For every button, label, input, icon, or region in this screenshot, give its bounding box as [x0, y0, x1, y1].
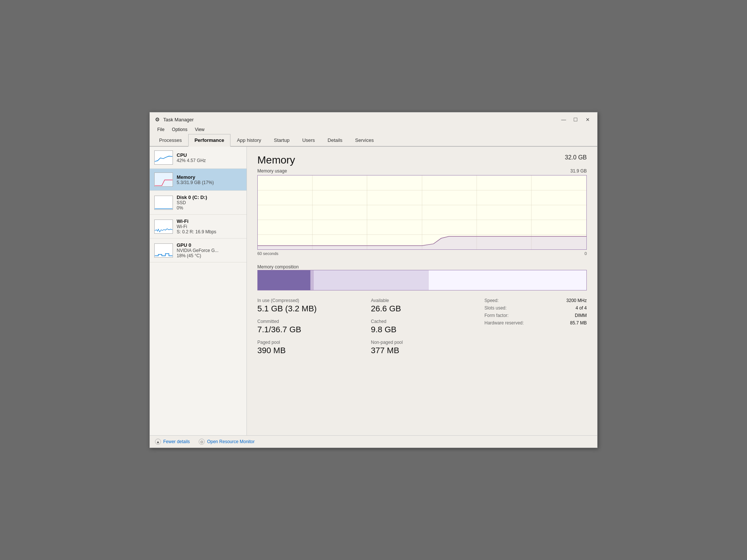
memory-capacity: 32.0 GB: [565, 154, 587, 161]
tab-performance[interactable]: Performance: [188, 134, 230, 147]
fewer-details-label: Fewer details: [163, 439, 190, 444]
chart-bottom-labels: 60 seconds 0: [257, 251, 587, 256]
tab-services[interactable]: Services: [349, 134, 380, 147]
hw-reserved-row: Hardware reserved: 85.7 MB: [484, 320, 587, 326]
tab-details[interactable]: Details: [321, 134, 349, 147]
menu-options[interactable]: Options: [169, 126, 190, 133]
open-resource-monitor-button[interactable]: ⊙ Open Resource Monitor: [199, 439, 254, 445]
time-label: 60 seconds: [257, 251, 278, 256]
content-area: CPU 42% 4.57 GHz Memory 5.3/31.9 GB (17%…: [150, 147, 597, 435]
wifi-thumbnail: [154, 220, 173, 234]
sidebar-item-cpu[interactable]: CPU 42% 4.57 GHz: [150, 147, 247, 169]
slots-value: 4 of 4: [576, 305, 587, 311]
fewer-details-icon: ▲: [155, 439, 161, 445]
memory-composition-chart: [257, 270, 587, 290]
cpu-info: CPU 42% 4.57 GHz: [177, 152, 206, 163]
cpu-thumbnail: [154, 150, 173, 165]
gpu-usage: 18% (45 °C): [177, 253, 218, 258]
title-bar: ⚙ Task Manager — ☐ ✕: [150, 112, 597, 125]
memory-thumbnail: [154, 172, 173, 187]
modified-segment: [310, 270, 314, 290]
main-panel: Memory 32.0 GB Memory usage 31.9 GB: [247, 147, 597, 435]
stat-specs: Speed: 3200 MHz Slots used: 4 of 4 Form …: [484, 298, 587, 355]
tab-users[interactable]: Users: [296, 134, 321, 147]
speed-label: Speed:: [484, 298, 499, 303]
memory-detail: 5.3/31.9 GB (17%): [177, 180, 214, 185]
speed-value: 3200 MHz: [566, 298, 587, 303]
sidebar-item-disk[interactable]: Disk 0 (C: D:) SSD 0%: [150, 191, 247, 215]
paged-pool-value: 390 MB: [257, 346, 360, 355]
disk-usage: 0%: [177, 205, 207, 211]
main-header: Memory 32.0 GB: [257, 154, 587, 166]
gpu-info: GPU 0 NVIDIA GeForce G... 18% (45 °C): [177, 242, 218, 258]
in-use-value: 5.1 GB (3.2 MB): [257, 304, 360, 314]
slots-row: Slots used: 4 of 4: [484, 305, 587, 311]
wifi-speed: S: 0.2 R: 16.9 Mbps: [177, 229, 216, 234]
tab-app-history[interactable]: App history: [230, 134, 267, 147]
resource-monitor-icon: ⊙: [199, 439, 205, 445]
gpu-label: GPU 0: [177, 242, 218, 248]
sidebar-item-gpu[interactable]: GPU 0 NVIDIA GeForce G... 18% (45 °C): [150, 239, 247, 262]
svg-rect-0: [155, 173, 172, 186]
form-factor-row: Form factor: DIMM: [484, 313, 587, 318]
usage-chart-label: Memory usage: [257, 168, 287, 174]
sidebar-item-wifi[interactable]: Wi-Fi Wi-Fi S: 0.2 R: 16.9 Mbps: [150, 215, 247, 239]
gpu-thumbnail: [154, 243, 173, 258]
memory-usage-chart-wrapper: Memory usage 31.9 GB: [257, 168, 587, 256]
form-factor-value: DIMM: [575, 313, 587, 318]
bottom-bar: ▲ Fewer details ⊙ Open Resource Monitor: [150, 435, 597, 448]
speed-row: Speed: 3200 MHz: [484, 298, 587, 303]
fewer-details-button[interactable]: ▲ Fewer details: [155, 439, 190, 445]
cpu-label: CPU: [177, 152, 206, 158]
disk-type: SSD: [177, 200, 207, 205]
wifi-label: Wi-Fi: [177, 218, 216, 224]
maximize-button[interactable]: ☐: [570, 115, 581, 124]
hw-reserved-label: Hardware reserved:: [484, 320, 524, 326]
tab-startup[interactable]: Startup: [267, 134, 296, 147]
stats-grid: In use (Compressed) 5.1 GB (3.2 MB) Comm…: [257, 298, 587, 355]
usage-chart-max: 31.9 GB: [570, 168, 587, 174]
paged-pool-label: Paged pool: [257, 340, 360, 345]
task-manager-window: ⚙ Task Manager — ☐ ✕ File Options View P…: [149, 112, 598, 448]
zero-label: 0: [585, 251, 587, 256]
non-paged-pool-value: 377 MB: [371, 346, 473, 355]
standby-segment: [314, 270, 429, 290]
close-button[interactable]: ✕: [582, 115, 593, 124]
memory-usage-chart: [257, 175, 587, 250]
wifi-info: Wi-Fi Wi-Fi S: 0.2 R: 16.9 Mbps: [177, 218, 216, 234]
title-bar-left: ⚙ Task Manager: [154, 116, 194, 122]
non-paged-pool-label: Non-paged pool: [371, 340, 473, 345]
in-use-label: In use (Compressed): [257, 298, 360, 303]
slots-label: Slots used:: [484, 305, 506, 311]
disk-label: Disk 0 (C: D:): [177, 195, 207, 200]
tab-bar: Processes Performance App history Startu…: [150, 134, 597, 147]
free-segment: [429, 270, 586, 290]
menu-view[interactable]: View: [192, 126, 208, 133]
available-label: Available: [371, 298, 473, 303]
cached-value: 9.8 GB: [371, 325, 473, 335]
cpu-detail: 42% 4.57 GHz: [177, 158, 206, 163]
committed-value: 7.1/36.7 GB: [257, 325, 360, 335]
memory-label: Memory: [177, 174, 214, 180]
hw-reserved-value: 85.7 MB: [570, 320, 587, 326]
cached-label: Cached: [371, 319, 473, 324]
sidebar: CPU 42% 4.57 GHz Memory 5.3/31.9 GB (17%…: [150, 147, 247, 435]
form-factor-label: Form factor:: [484, 313, 509, 318]
committed-label: Committed: [257, 319, 360, 324]
sidebar-item-memory[interactable]: Memory 5.3/31.9 GB (17%): [150, 169, 247, 191]
disk-thumbnail: [154, 196, 173, 210]
main-title: Memory: [257, 154, 295, 166]
disk-info: Disk 0 (C: D:) SSD 0%: [177, 195, 207, 211]
window-title: Task Manager: [163, 117, 194, 122]
menu-file[interactable]: File: [154, 126, 167, 133]
wifi-type: Wi-Fi: [177, 224, 216, 229]
open-resource-monitor-label: Open Resource Monitor: [207, 439, 254, 444]
tab-processes[interactable]: Processes: [153, 134, 188, 147]
minimize-button[interactable]: —: [558, 115, 569, 124]
task-manager-icon: ⚙: [154, 116, 160, 122]
stat-available: Available 26.6 GB Cached 9.8 GB Non-page…: [371, 298, 473, 355]
memory-info: Memory 5.3/31.9 GB (17%): [177, 174, 214, 185]
composition-label: Memory composition: [257, 264, 299, 270]
menu-bar: File Options View: [150, 125, 597, 134]
available-value: 26.6 GB: [371, 304, 473, 314]
